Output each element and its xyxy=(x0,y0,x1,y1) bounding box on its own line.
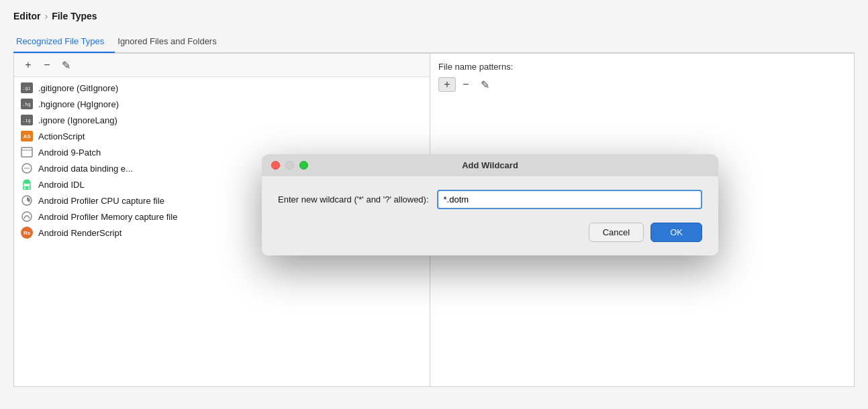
tab-ignored[interactable]: Ignored Files and Folders xyxy=(115,31,227,53)
androidIDL-icon xyxy=(21,178,33,190)
modal-buttons: Cancel OK xyxy=(278,223,702,242)
svg-rect-13 xyxy=(23,186,31,190)
minimize-button[interactable] xyxy=(285,161,294,170)
add-pattern-button[interactable]: + xyxy=(438,77,456,92)
breadcrumb-editor: Editor xyxy=(13,11,40,21)
wildcard-input-label: Enter new wildcard ('*' and '?' allowed)… xyxy=(278,194,429,204)
modal-titlebar: Add Wildcard xyxy=(262,154,718,176)
breadcrumb: Editor › File Types xyxy=(13,11,855,21)
svg-text:.gi: .gi xyxy=(22,86,31,91)
svg-rect-6 xyxy=(21,148,32,157)
hgignore-icon: .hg xyxy=(21,98,33,110)
ignore-icon: .ig xyxy=(21,114,33,126)
wildcard-input[interactable] xyxy=(437,190,702,209)
modal-body: Enter new wildcard ('*' and '?' allowed)… xyxy=(262,176,718,255)
add-wildcard-dialog: Add Wildcard Enter new wildcard ('*' and… xyxy=(262,154,718,255)
list-item[interactable]: .ig .ignore (IgnoreLang) xyxy=(14,112,430,128)
list-item[interactable]: .hg .hgignore (HgIgnore) xyxy=(14,96,430,112)
renderscript-icon: Rs xyxy=(21,227,33,239)
svg-text:.ig: .ig xyxy=(22,118,31,123)
breadcrumb-filetypes: File Types xyxy=(52,11,97,21)
svg-point-15 xyxy=(28,187,30,188)
svg-point-17 xyxy=(22,212,32,221)
modal-title: Add Wildcard xyxy=(462,160,518,170)
edit-pattern-button[interactable]: ✎ xyxy=(476,77,493,92)
tab-bar: Recognized File Types Ignored Files and … xyxy=(13,31,855,53)
traffic-lights xyxy=(271,161,308,170)
profiler-memory-icon xyxy=(21,211,33,223)
profiler-cpu-icon xyxy=(21,194,33,207)
breadcrumb-separator: › xyxy=(44,11,48,21)
gitignore-icon: .gi xyxy=(21,82,33,94)
actionscript-icon: AS xyxy=(21,130,33,142)
svg-point-10 xyxy=(23,180,30,184)
maximize-button[interactable] xyxy=(299,161,308,170)
add-filetype-button[interactable]: + xyxy=(19,58,37,72)
list-item[interactable]: AS ActionScript xyxy=(14,128,430,144)
android9patch-icon xyxy=(21,146,33,158)
cancel-button[interactable]: Cancel xyxy=(589,223,644,242)
file-name-patterns-label: File name patterns: xyxy=(438,62,846,72)
remove-filetype-button[interactable]: − xyxy=(38,58,56,72)
remove-pattern-button[interactable]: − xyxy=(457,77,475,92)
right-toolbar: + − ✎ xyxy=(438,77,846,92)
edit-filetype-button[interactable]: ✎ xyxy=(57,58,75,72)
close-button[interactable] xyxy=(271,161,280,170)
svg-point-14 xyxy=(24,187,26,188)
list-item[interactable]: .gi .gitignore (GitIgnore) xyxy=(14,80,430,96)
left-toolbar: + − ✎ xyxy=(14,54,430,77)
svg-text:.hg: .hg xyxy=(22,102,31,107)
wildcard-input-row: Enter new wildcard ('*' and '?' allowed)… xyxy=(278,190,702,209)
ok-button[interactable]: OK xyxy=(650,223,702,242)
tab-recognized[interactable]: Recognized File Types xyxy=(13,31,115,53)
databinding-icon xyxy=(21,162,33,174)
